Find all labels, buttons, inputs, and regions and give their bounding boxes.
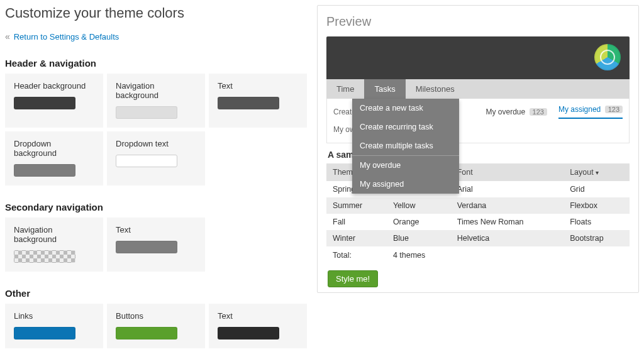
swatch-card[interactable]: Text — [107, 218, 205, 272]
swatch-label: Buttons — [116, 311, 196, 321]
cell — [564, 246, 630, 264]
color-swatch[interactable] — [14, 327, 75, 339]
table-footer: Total: 4 themes — [326, 246, 630, 264]
cell: Winter — [326, 230, 387, 246]
chevron-down-icon: ▾ — [596, 169, 599, 176]
dropdown-item[interactable]: Create recurring task — [352, 118, 459, 136]
my-assigned-link[interactable]: My assigned 123 — [558, 105, 623, 119]
return-link[interactable]: Return to Settings & Defaults — [14, 32, 119, 41]
my-assigned-label: My assigned — [558, 105, 601, 114]
dropdown-item[interactable]: My assigned — [352, 175, 459, 194]
cell: Flexbox — [564, 197, 630, 214]
color-swatch[interactable] — [14, 164, 75, 177]
swatch-card[interactable]: Text — [209, 304, 307, 348]
table-row: Fall Orange Times New Roman Floats — [326, 214, 630, 230]
col-header[interactable]: Layout▾ — [564, 163, 630, 181]
swatch-label: Dropdown text — [116, 139, 196, 148]
table-row: Summer Yellow Verdana Flexbox — [326, 197, 630, 214]
color-swatch[interactable] — [116, 155, 177, 167]
col-header[interactable]: Font — [451, 163, 564, 181]
cell: Grid — [564, 181, 630, 197]
section-title-other: Other — [5, 288, 307, 299]
cell: Summer — [326, 197, 387, 214]
color-swatch[interactable] — [116, 327, 177, 339]
swatch-label: Links — [14, 311, 94, 321]
preview-title: Preview — [326, 14, 630, 29]
cell: Times New Roman — [451, 214, 564, 230]
cell: Verdana — [451, 197, 564, 214]
section-title-secondary-nav: Secondary navigation — [5, 202, 307, 212]
cell: Helvetica — [451, 230, 564, 246]
cell: Total: — [326, 246, 387, 264]
color-swatch[interactable] — [218, 97, 279, 109]
color-swatch[interactable] — [218, 327, 279, 339]
dropdown-item[interactable]: My overdue — [352, 155, 459, 175]
tab-milestones[interactable]: Milestones — [406, 79, 465, 99]
color-swatch[interactable] — [116, 106, 177, 119]
swatch-card[interactable]: Links — [5, 304, 103, 348]
dropdown-item[interactable]: Create multiple tasks — [352, 136, 459, 155]
swatch-label: Navigation background — [116, 81, 196, 100]
page-title: Customize your theme colors — [5, 5, 307, 21]
count-badge: 123 — [530, 108, 547, 116]
cell: Bootstrap — [564, 230, 630, 246]
color-swatch[interactable] — [14, 250, 75, 263]
swatch-card[interactable]: Text — [209, 74, 307, 128]
cell: 4 themes — [387, 246, 451, 264]
color-swatch[interactable] — [116, 241, 177, 253]
preview-panel: Preview Time Tasks Milestones Create My … — [317, 5, 639, 293]
return-arrow-icon: « — [5, 31, 10, 41]
cell: Orange — [387, 214, 451, 230]
swatch-card[interactable]: Dropdown background — [5, 131, 103, 185]
cell — [451, 246, 564, 264]
tab-tasks[interactable]: Tasks — [364, 79, 405, 99]
swatch-card[interactable]: Buttons — [107, 304, 205, 348]
count-badge: 123 — [605, 106, 623, 113]
cell: Arial — [451, 181, 564, 197]
cell: Blue — [387, 230, 451, 246]
col-header-label: Layout — [570, 168, 594, 177]
swatch-card[interactable]: Header background — [5, 74, 103, 128]
swatch-label: Navigation background — [14, 225, 94, 244]
preview-secondary-nav: Time Tasks Milestones — [326, 79, 630, 99]
swatch-grid-secondary-nav: Navigation background Text — [5, 218, 307, 272]
color-swatch[interactable] — [14, 97, 75, 109]
swatch-card[interactable]: Dropdown text — [107, 131, 205, 185]
section-title-header-nav: Header & navigation — [5, 58, 307, 69]
swatch-label: Text — [218, 311, 298, 321]
swatch-label: Text — [218, 81, 298, 91]
logo-icon — [594, 44, 621, 70]
swatch-grid-other: Links Buttons Text — [5, 304, 307, 348]
my-overdue-link[interactable]: My overdue 123 — [486, 108, 547, 116]
cell: Fall — [326, 214, 387, 230]
swatch-label: Dropdown background — [14, 139, 94, 158]
dropdown-item[interactable]: Create a new task — [352, 99, 459, 118]
swatch-label: Text — [116, 225, 196, 234]
swatch-label: Header background — [14, 81, 94, 91]
preview-header — [326, 36, 630, 79]
tasks-dropdown: Create a new task Create recurring task … — [352, 99, 459, 194]
tab-time[interactable]: Time — [326, 79, 364, 99]
preview-content: Create My overdue 123 My assigned 123 My… — [326, 99, 630, 143]
swatch-grid-header-nav: Header background Navigation background … — [5, 74, 307, 185]
table-row: Winter Blue Helvetica Bootstrap — [326, 230, 630, 246]
swatch-card[interactable]: Navigation background — [107, 74, 205, 128]
my-overdue-label: My overdue — [486, 108, 526, 116]
swatch-card[interactable]: Navigation background — [5, 218, 103, 272]
cell: Floats — [564, 214, 630, 230]
cell: Yellow — [387, 197, 451, 214]
style-me-button[interactable]: Style me! — [328, 270, 378, 287]
